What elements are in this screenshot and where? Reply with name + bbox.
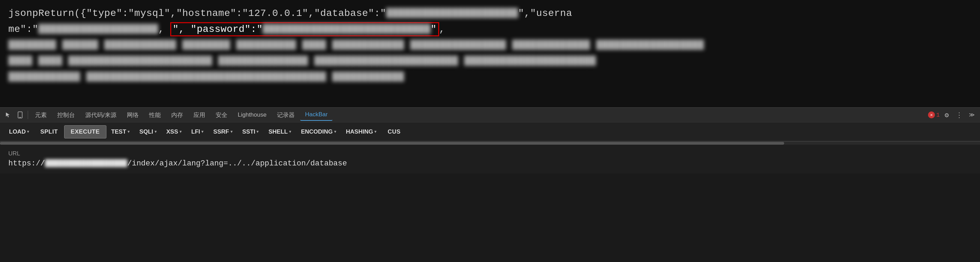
- hackbar-sqli-label: SQLI: [139, 128, 153, 135]
- hackbar-execute-button[interactable]: EXECUTE: [64, 125, 107, 139]
- settings-icon[interactable]: ⚙: [941, 109, 952, 120]
- sqli-dropdown-arrow: ▾: [154, 129, 157, 134]
- code-blurred-4: ████ ████ ████████████████████████ █████…: [8, 56, 596, 66]
- tab-divider-1: [28, 111, 28, 119]
- hackbar-ssti-button[interactable]: SSTI ▾: [237, 126, 264, 138]
- hackbar-toolbar: LOAD ▾ SPLIT EXECUTE TEST ▾ SQLI ▾ XSS ▾…: [0, 123, 980, 141]
- code-blurred-5: ████████████ ███████████████████████████…: [8, 72, 404, 82]
- encoding-dropdown-arrow: ▾: [334, 129, 336, 134]
- scrollbar-thumb[interactable]: [0, 142, 784, 145]
- hackbar-sqli-button[interactable]: SQLI ▾: [135, 126, 162, 138]
- ssrf-dropdown-arrow: ▾: [231, 129, 232, 134]
- hackbar-hashing-button[interactable]: HASHING ▾: [341, 126, 381, 138]
- url-section: URL https://██████████████████/index/aja…: [0, 145, 980, 174]
- code-line-4: ████ ████ ████████████████████████ █████…: [8, 54, 972, 68]
- hackbar-ssti-label: SSTI: [242, 128, 256, 135]
- code-display: jsonpReturn({"type":"mysql","hostname":"…: [0, 0, 980, 107]
- code-text-1b: ","userna: [518, 8, 572, 19]
- hackbar-ssrf-label: SSRF: [213, 128, 229, 135]
- hashing-dropdown-arrow: ▾: [374, 129, 377, 134]
- hackbar-shell-label: SHELL: [268, 128, 288, 135]
- hackbar-test-label: TEST: [111, 128, 126, 135]
- code-text-2a: me":": [8, 24, 38, 35]
- tab-network[interactable]: 网络: [122, 109, 143, 121]
- url-prefix: https://: [8, 159, 45, 168]
- url-host-blurred: ██████████████████: [45, 159, 127, 168]
- code-text-2b: ,: [158, 24, 170, 35]
- code-line-1: jsonpReturn({"type":"mysql","hostname":"…: [8, 6, 972, 21]
- ssti-dropdown-arrow: ▾: [256, 129, 259, 134]
- tab-sources[interactable]: 源代码/来源: [80, 109, 121, 121]
- hackbar-encoding-label: ENCODING: [301, 128, 333, 135]
- hackbar-test-button[interactable]: TEST ▾: [107, 126, 135, 138]
- code-text-2c: ", "password":": [173, 24, 263, 35]
- hackbar-lfi-label: LFI: [191, 128, 200, 135]
- tab-hackbar[interactable]: HackBar: [300, 109, 332, 121]
- tab-lighthouse[interactable]: Lighthouse: [233, 109, 271, 120]
- tab-performance[interactable]: 性能: [144, 109, 166, 121]
- tab-application[interactable]: 应用: [189, 109, 210, 121]
- code-blurred-3: ████████ ██████ ████████████ ████████ ██…: [8, 40, 704, 51]
- hackbar-cus-button[interactable]: CUS: [381, 126, 407, 138]
- tab-recorder[interactable]: 记录器: [272, 109, 299, 121]
- devtools-end-actions: ✕ 1 ⚙ ⋮ ≫: [928, 109, 977, 120]
- code-line-5: ████████████ ███████████████████████████…: [8, 70, 972, 84]
- hackbar-ssrf-button[interactable]: SSRF ▾: [208, 126, 237, 138]
- more-options-icon[interactable]: ⋮: [954, 109, 965, 120]
- test-dropdown-arrow: ▾: [127, 129, 130, 134]
- horizontal-scrollbar[interactable]: [0, 141, 980, 145]
- hackbar-xss-label: XSS: [166, 128, 178, 135]
- xss-dropdown-arrow: ▾: [180, 129, 181, 134]
- tab-console[interactable]: 控制台: [52, 109, 80, 121]
- code-password-blurred: ████████████████████████████: [263, 24, 431, 35]
- code-line-2: me":"████████████████████, ", "password"…: [8, 22, 972, 37]
- url-value[interactable]: https://██████████████████/index/ajax/la…: [8, 159, 972, 168]
- url-label: URL: [8, 150, 972, 157]
- code-text-2d: ": [431, 24, 436, 35]
- mobile-icon[interactable]: [14, 109, 25, 120]
- code-text-2e: ,: [439, 24, 445, 35]
- code-blurred-1: ██████████████████████: [386, 8, 518, 19]
- code-password-highlight: ", "password":"█████████████████████████…: [170, 22, 439, 36]
- expand-icon[interactable]: ≫: [966, 109, 977, 120]
- lfi-dropdown-arrow: ▾: [201, 129, 204, 134]
- hackbar-load-label: LOAD: [9, 128, 25, 135]
- hackbar-split-button[interactable]: SPLIT: [34, 126, 64, 138]
- error-count: 1: [936, 112, 940, 118]
- shell-dropdown-arrow: ▾: [289, 129, 291, 134]
- url-suffix: /index/ajax/lang?lang=../../application/…: [127, 159, 347, 168]
- hackbar-shell-button[interactable]: SHELL ▾: [264, 126, 296, 138]
- devtools-tab-bar: 元素 控制台 源代码/来源 网络 性能 内存 应用 安全 Lighthouse …: [0, 107, 980, 123]
- tab-elements[interactable]: 元素: [30, 109, 52, 121]
- error-badge: ✕ 1: [928, 112, 940, 118]
- code-text-1a: jsonpReturn({"type":"mysql","hostname":"…: [8, 8, 386, 19]
- hackbar-load-button[interactable]: LOAD ▾: [4, 126, 34, 138]
- hackbar-encoding-button[interactable]: ENCODING ▾: [296, 126, 341, 138]
- tab-security[interactable]: 安全: [211, 109, 232, 121]
- load-dropdown-arrow: ▾: [27, 129, 29, 134]
- error-circle-icon: ✕: [928, 112, 935, 118]
- hackbar-hashing-label: HASHING: [346, 128, 373, 135]
- code-blurred-2: ████████████████████: [38, 24, 158, 35]
- tab-memory[interactable]: 内存: [166, 109, 188, 121]
- code-line-3: ████████ ██████ ████████████ ████████ ██…: [8, 38, 972, 53]
- hackbar-xss-button[interactable]: XSS ▾: [162, 126, 186, 138]
- hackbar-lfi-button[interactable]: LFI ▾: [186, 126, 209, 138]
- cursor-icon[interactable]: [3, 109, 14, 120]
